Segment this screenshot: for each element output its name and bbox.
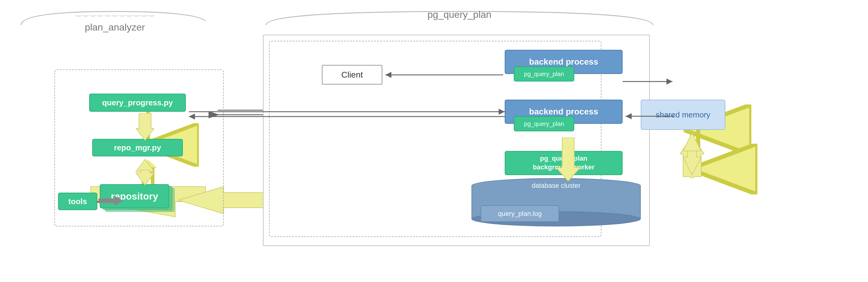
tools-to-repo-arrow-svg xyxy=(98,196,123,205)
svg-marker-22 xyxy=(556,137,580,181)
pg-query-plan-1-box: pg_query_plan xyxy=(514,66,574,81)
repo-mgr-label: repo_mgr.py xyxy=(114,143,161,152)
pg-query-plan-1-label: pg_query_plan xyxy=(524,71,564,78)
tools-label: tools xyxy=(68,197,87,206)
svg-marker-31 xyxy=(385,72,392,78)
pg-query-plan-title: pg_query_plan xyxy=(427,9,491,20)
svg-marker-29 xyxy=(98,196,123,205)
svg-marker-33 xyxy=(189,113,195,119)
svg-marker-37 xyxy=(666,78,673,84)
database-cluster-text: database cluster xyxy=(532,182,580,189)
client-backend1-arrow-svg xyxy=(382,69,508,81)
plan-analyzer-brace-svg xyxy=(18,8,206,27)
yellow-down-arrow-svg xyxy=(556,137,580,181)
bp1-to-sharedmem-arrow-svg xyxy=(623,75,677,87)
backend-process-1-container: backend process pg_query_plan xyxy=(505,50,623,89)
pg-query-plan-2-label: pg_query_plan xyxy=(524,120,564,128)
pg-query-plan-2-box: pg_query_plan xyxy=(514,116,574,131)
svg-marker-26 xyxy=(136,113,154,140)
client-label: Client xyxy=(341,70,363,80)
backend-process-2-label: backend process xyxy=(529,107,598,116)
svg-marker-28 xyxy=(136,170,154,185)
yellow-arrows-right-svg xyxy=(683,127,701,180)
tools-box: tools xyxy=(58,192,97,210)
svg-marker-35 xyxy=(499,109,505,115)
query-plan-log-label: query_plan.log xyxy=(498,210,541,218)
svg-marker-39 xyxy=(626,113,632,119)
sharedmem-bp2-arrow-svg xyxy=(623,110,677,122)
client-box: Client xyxy=(322,65,382,84)
database-cluster-label: database cluster xyxy=(471,182,641,189)
backend-process-2-container: backend process pg_query_plan xyxy=(505,100,623,139)
query-progress-label: query_progress.py xyxy=(102,98,173,107)
yellow-small-down-arrow-svg xyxy=(136,113,154,140)
backend-process-1-label: backend process xyxy=(529,57,598,67)
yellow-double-small-svg xyxy=(134,158,156,186)
bp2-to-qp-arrow-svg xyxy=(186,108,508,120)
query-plan-log-box: query_plan.log xyxy=(480,205,559,222)
query-progress-box: query_progress.py xyxy=(89,94,186,112)
repo-mgr-box: repo_mgr.py xyxy=(92,139,183,156)
diagram-container: ⌣⌣⌣⌣⌣⌣⌣⌣⌣⌣⌣ plan_analyzer query_progress… xyxy=(0,0,868,282)
pg-query-plan-label: pg_query_plan xyxy=(263,9,656,20)
svg-marker-25 xyxy=(683,151,701,175)
